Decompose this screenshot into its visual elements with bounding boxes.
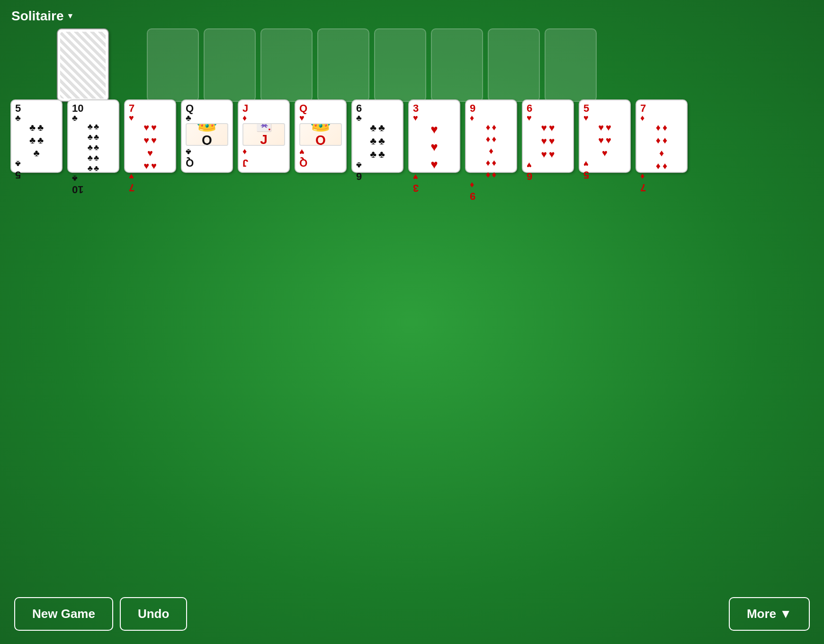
placeholder-2 <box>204 28 256 102</box>
tableau-card-11[interactable]: 5 ♥ ♥♥ ♥♥ ♥ 5 ♥ <box>579 99 631 173</box>
tableau-card-10[interactable]: 6 ♥ ♥♥ ♥♥ ♥♥ 6 ♥ <box>522 99 574 173</box>
new-game-button[interactable]: New Game <box>14 597 113 631</box>
tableau-card-7[interactable]: 6 ♣ ♣♣ ♣♣ ♣♣ 6 ♣ <box>351 99 403 173</box>
left-buttons: New Game Undo <box>14 597 187 631</box>
tableau-card-3[interactable]: 7 ♥ ♥♥ ♥♥ ♥ ♥♥ 7 ♥ <box>124 99 176 173</box>
tableau-card-2[interactable]: 10 ♣ ♣♣ ♣♣ ♣♣ ♣♣ ♣♣ 10 ♣ <box>67 99 119 173</box>
card-back-pattern <box>60 32 106 98</box>
undo-button[interactable]: Undo <box>120 597 187 631</box>
tableau-card-6[interactable]: Q ♥ 👑 Q ♥ Q ♥ <box>295 99 347 173</box>
game-title[interactable]: Solitaire ▼ <box>11 9 74 24</box>
tableau-card-1[interactable]: 5 ♣ ♣♣ ♣♣ ♣ 5 ♣ <box>10 99 63 173</box>
placeholder-8 <box>545 28 597 102</box>
tableau-card-4[interactable]: Q ♣ 👑 Q ♣ Q ♣ <box>181 99 233 173</box>
stock-pile[interactable] <box>57 28 109 102</box>
title-dropdown-icon: ▼ <box>66 12 74 20</box>
more-button[interactable]: More ▼ <box>729 597 810 631</box>
tableau-card-8[interactable]: 3 ♥ ♥ ♥ ♥ 3 ♥ <box>408 99 460 173</box>
placeholder-7 <box>488 28 540 102</box>
tableau-card-12[interactable]: 7 ♦ ♦♦ ♦♦ ♦ ♦♦ 7 ♦ <box>636 99 688 173</box>
title-text: Solitaire <box>11 9 63 24</box>
placeholder-5 <box>374 28 426 102</box>
bottom-bar: New Game Undo More ▼ <box>0 597 824 631</box>
placeholder-6 <box>431 28 483 102</box>
placeholder-4 <box>317 28 369 102</box>
placeholder-3 <box>260 28 313 102</box>
tableau-card-9[interactable]: 9 ♦ ♦♦ ♦♦ ♦ ♦♦ ♦♦ 9 ♦ <box>465 99 517 173</box>
placeholder-1 <box>147 28 199 102</box>
tableau-card-5[interactable]: J ♦ 🃏 J ♦ J ♦ <box>238 99 290 173</box>
